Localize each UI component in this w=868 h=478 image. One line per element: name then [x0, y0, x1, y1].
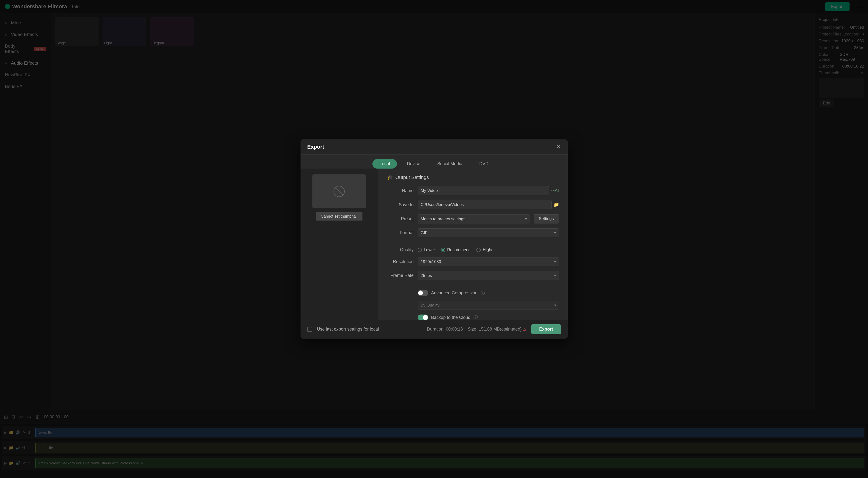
preset-select[interactable]: Match to project settings: [417, 215, 530, 223]
quality-higher-radio: [476, 248, 481, 252]
advanced-compression-toggle[interactable]: [417, 290, 428, 296]
footer-size-text: Size: 151.68 MB(estimated): [468, 327, 522, 332]
modal-overlay: Export ✕ Local Device Social Media DVD: [0, 0, 868, 478]
settings-header-icon: 🎓: [387, 174, 393, 180]
no-thumbnail-icon: [333, 185, 345, 197]
resolution-select-wrapper: 1920x1080: [417, 257, 559, 266]
modal-preview-panel: Cannot set thumbnail: [301, 168, 378, 320]
format-select[interactable]: GIF: [417, 228, 559, 237]
settings-header-label: Output Settings: [396, 174, 429, 180]
tab-device[interactable]: Device: [400, 159, 427, 168]
advanced-compression-info-icon[interactable]: ⓘ: [480, 290, 485, 296]
export-modal: Export ✕ Local Device Social Media DVD: [301, 139, 568, 339]
divider-1: [387, 242, 559, 243]
advanced-compression-wrapper: Advanced Compression ⓘ: [417, 290, 485, 296]
resolution-setting-label: Resolution: [387, 259, 414, 264]
settings-advanced-compression-row: Advanced Compression ⓘ: [387, 290, 559, 296]
quality-group: Lower Recommend Higher: [417, 248, 495, 252]
settings-resolution-row: Resolution 1920x1080: [387, 257, 559, 266]
advanced-compression-label: Advanced Compression: [431, 290, 477, 296]
tab-local-label: Local: [379, 161, 390, 166]
frame-rate-setting-label: Frame Rate: [387, 273, 414, 278]
modal-title: Export: [307, 144, 324, 150]
modal-body: Cannot set thumbnail 🎓 Output Settings N…: [301, 168, 568, 320]
last-settings-checkbox[interactable]: [307, 327, 312, 332]
settings-by-quality-row: By Quality: [387, 301, 559, 310]
ai-edit-icon[interactable]: ✏AI: [551, 188, 559, 193]
settings-name-row: Name ✏AI: [387, 186, 559, 195]
save-to-input[interactable]: [417, 200, 552, 210]
settings-button[interactable]: Settings: [534, 214, 559, 223]
by-quality-select-wrapper: By Quality: [417, 301, 559, 310]
settings-frame-rate-row: Frame Rate 25 fps: [387, 271, 559, 280]
quality-lower-label: Lower: [424, 248, 435, 252]
footer-duration: Duration: 00:00:18: [427, 327, 463, 332]
name-label: Name: [387, 188, 414, 193]
quality-higher-option[interactable]: Higher: [476, 248, 495, 252]
backup-cloud-toggle[interactable]: [417, 315, 428, 320]
preset-label: Preset: [387, 216, 414, 222]
tab-dvd[interactable]: DVD: [472, 159, 496, 168]
name-input[interactable]: [417, 186, 549, 195]
settings-format-row: Format GIF: [387, 228, 559, 237]
modal-settings-panel: 🎓 Output Settings Name ✏AI Save to: [378, 168, 568, 320]
tab-local[interactable]: Local: [372, 159, 397, 168]
frame-rate-select[interactable]: 25 fps: [417, 271, 559, 280]
format-label: Format: [387, 230, 414, 235]
format-select-wrapper: GIF: [417, 228, 559, 237]
last-settings-label: Use last export settings for local: [317, 327, 379, 332]
backup-cloud-info-icon[interactable]: ⓘ: [473, 315, 478, 320]
settings-header: 🎓 Output Settings: [387, 174, 559, 180]
settings-quality-row: Quality Lower Recommend Higher: [387, 247, 559, 252]
footer-size: Size: 151.68 MB(estimated) ⚠: [468, 327, 526, 332]
settings-save-to-row: Save to 📁: [387, 200, 559, 210]
resolution-select[interactable]: 1920x1080: [417, 257, 559, 266]
folder-browse-icon[interactable]: 📁: [554, 202, 559, 208]
svg-line-1: [335, 187, 343, 195]
tab-social-media-label: Social Media: [437, 161, 462, 166]
backup-cloud-label: Backup to the Cloud: [431, 315, 471, 320]
modal-close-button[interactable]: ✕: [556, 144, 561, 150]
save-to-wrapper: 📁: [417, 200, 559, 210]
tab-social-media[interactable]: Social Media: [430, 159, 469, 168]
save-to-label: Save to: [387, 202, 414, 208]
tab-dvd-label: DVD: [479, 161, 489, 166]
footer-size-warning-icon: ⚠: [523, 327, 526, 331]
modal-tabs: Local Device Social Media DVD: [301, 155, 568, 168]
quality-label: Quality: [387, 247, 414, 252]
settings-backup-cloud-row: Backup to the Cloud ⓘ: [387, 315, 559, 320]
by-quality-select: By Quality: [417, 301, 559, 310]
cannot-set-thumbnail-button[interactable]: Cannot set thumbnail: [316, 212, 362, 221]
quality-recommend-label: Recommend: [447, 248, 471, 252]
name-input-wrapper: ✏AI: [417, 186, 559, 195]
preset-select-wrapper: Match to project settings: [417, 215, 530, 223]
modal-header: Export ✕: [301, 139, 568, 155]
backup-cloud-wrapper: Backup to the Cloud ⓘ: [417, 315, 478, 320]
tab-device-label: Device: [407, 161, 420, 166]
modal-footer: Use last export settings for local Durat…: [301, 320, 568, 339]
quality-lower-radio: [417, 248, 422, 252]
preview-thumbnail: [312, 174, 366, 209]
footer-export-button[interactable]: Export: [531, 324, 561, 334]
quality-lower-option[interactable]: Lower: [417, 248, 435, 252]
quality-recommend-option[interactable]: Recommend: [441, 248, 471, 252]
settings-preset-row: Preset Match to project settings Setting…: [387, 214, 559, 223]
frame-rate-select-wrapper: 25 fps: [417, 271, 559, 280]
quality-recommend-radio: [441, 248, 445, 252]
quality-higher-label: Higher: [483, 248, 495, 252]
